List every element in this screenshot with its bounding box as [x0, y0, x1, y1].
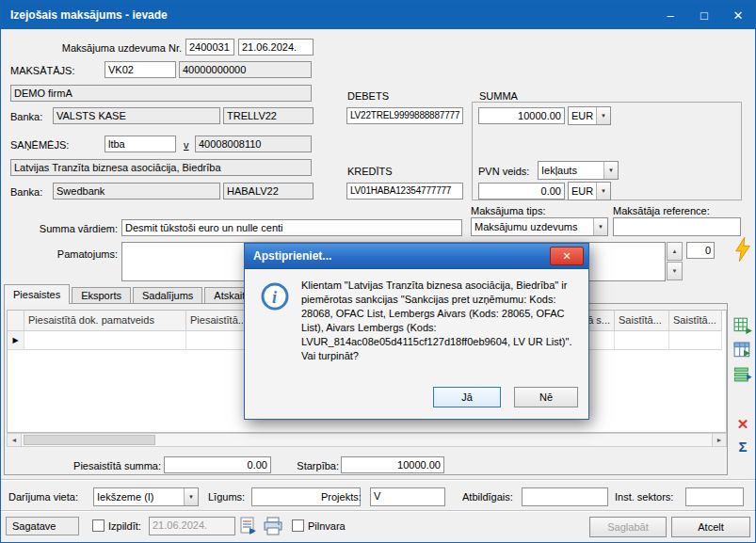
scroll-up-icon[interactable]: ▲: [667, 242, 683, 261]
row-selector-header: [8, 311, 24, 331]
pvn-label: PVN veids:: [478, 166, 529, 177]
basis-scrollbar: ▲ ▼: [667, 242, 683, 281]
difference-field: 10000.00: [341, 456, 444, 473]
currency-select[interactable]: EUR ▼: [568, 106, 611, 125]
payment-date-input[interactable]: 21.06.2024.: [238, 39, 314, 56]
vat-amount-input[interactable]: 0.00: [478, 183, 565, 200]
linked-sum-label: Piesaistītā summa:: [31, 460, 161, 471]
pvn-value: Iekļauts: [541, 165, 603, 176]
link-table-icon[interactable]: [732, 339, 754, 361]
svg-text:i: i: [272, 288, 277, 307]
execute-checkbox[interactable]: [92, 519, 105, 532]
payment-nr-input[interactable]: 2400031: [185, 39, 234, 56]
printer-icon[interactable]: [262, 515, 284, 537]
close-icon[interactable]: ✕: [721, 1, 755, 29]
scrollbar-thumb[interactable]: [24, 435, 155, 445]
payment-nr-label: Maksājuma uzdevuma Nr.: [10, 42, 182, 54]
sector-input[interactable]: [685, 487, 744, 506]
tab-sadalijums[interactable]: Sadalījums: [133, 287, 202, 303]
place-value: Iekšzeme (I): [97, 491, 184, 503]
posting-icon[interactable]: [237, 515, 260, 537]
attach-table-icon[interactable]: [732, 314, 754, 337]
project-label: Projekts:: [321, 491, 362, 503]
window-controls: – □ ✕: [653, 1, 755, 29]
tab-piesaistes[interactable]: Piesaistes: [4, 284, 70, 304]
place-label: Darījuma vieta:: [8, 491, 78, 503]
separator: [1, 510, 756, 512]
chevron-down-icon: ▼: [596, 183, 610, 200]
pilnvara-checkbox[interactable]: [292, 519, 304, 532]
receiver-bank-swift-field[interactable]: HABALV22: [223, 183, 314, 200]
table-header-cell[interactable]: Saistītā...: [615, 311, 669, 331]
payer-reference-label: Maksātāja reference:: [613, 205, 710, 216]
sector-label: Inst. sektors:: [615, 491, 673, 503]
receiver-lookup-link[interactable]: v: [184, 139, 189, 151]
maximize-icon[interactable]: □: [687, 1, 721, 29]
responsible-input[interactable]: [522, 487, 608, 506]
table-cell[interactable]: [24, 331, 186, 350]
place-select[interactable]: Iekšzeme (I) ▼: [93, 487, 199, 506]
payer-bank-label: Banka:: [10, 111, 42, 122]
pvn-select[interactable]: Iekļauts ▼: [538, 161, 619, 180]
credit-iban-input[interactable]: LV01HABA12354777777: [346, 183, 463, 200]
vat-currency-select[interactable]: EUR ▼: [568, 182, 611, 200]
kredits-label: KREDĪTS: [347, 166, 393, 177]
amount-words-label: Summa vārdiem:: [10, 223, 118, 234]
table-header-cell[interactable]: Saistītā...: [669, 311, 722, 331]
cancel-button[interactable]: Atcelt: [671, 517, 750, 537]
payer-name-field[interactable]: DEMO firmA: [10, 85, 312, 102]
dialog-title: Apstiprieniet...: [253, 249, 331, 263]
receiver-regnr-field[interactable]: 40008008110: [195, 136, 312, 152]
receiver-bank-label: Banka:: [10, 186, 42, 198]
execute-label: Izpildīt:: [108, 520, 141, 532]
separator: [1, 479, 756, 481]
scroll-left-icon[interactable]: ◄: [8, 434, 22, 446]
debets-label: DEBETS: [347, 90, 389, 102]
amount-words-input[interactable]: Desmit tūkstoši euro un nulle centi: [121, 219, 462, 236]
payer-bank-name-field[interactable]: VALSTS KASE: [53, 107, 220, 124]
no-button[interactable]: Nē: [514, 387, 578, 407]
contract-label: Līgums:: [208, 491, 245, 503]
status-badge: Sagatave: [6, 517, 79, 535]
payer-reference-input[interactable]: [613, 217, 741, 236]
table-cell[interactable]: [615, 331, 669, 350]
sum-icon[interactable]: Σ: [732, 435, 754, 457]
dialog-close-icon[interactable]: ✕: [550, 247, 584, 265]
rows-list-icon[interactable]: [732, 363, 754, 386]
scroll-right-icon[interactable]: ►: [712, 434, 726, 446]
lightning-icon[interactable]: [732, 238, 754, 261]
info-icon: i: [260, 281, 290, 313]
summa-label: SUMMA: [479, 90, 518, 102]
dialog-title-bar[interactable]: Apstiprieniet...: [245, 244, 588, 269]
receiver-code-input[interactable]: ltba: [105, 136, 176, 152]
scroll-down-icon[interactable]: ▼: [667, 262, 683, 280]
payment-type-value: Maksājumu uzdevums: [475, 221, 593, 232]
payer-regnr-field[interactable]: 40000000000: [179, 61, 312, 78]
basis-label: Pamatojums:: [10, 248, 118, 260]
horizontal-scrollbar[interactable]: ◄ ►: [7, 433, 727, 447]
yes-button[interactable]: Jā: [433, 387, 501, 407]
linked-sum-field: 0.00: [164, 456, 271, 473]
project-input[interactable]: V: [370, 487, 445, 506]
payer-bank-swift-field[interactable]: TRELLV22: [223, 107, 314, 124]
amount-input[interactable]: 10000.00: [478, 107, 565, 124]
table-cell[interactable]: [669, 331, 722, 350]
execute-date-input[interactable]: 21.06.2024.: [149, 517, 235, 535]
title-bar[interactable]: Izejošais maksājums - ievade: [1, 1, 755, 29]
receiver-label: SAŅĒMĒJS:: [10, 139, 69, 151]
pilnvara-label: Pilnvara: [308, 520, 346, 532]
table-header-cell[interactable]: Piesaistītā dok. pamatveids: [24, 311, 186, 331]
debit-iban-input[interactable]: LV22TREL9999888887777: [346, 107, 463, 124]
delete-icon[interactable]: ✕: [732, 413, 754, 436]
tab-eksports[interactable]: Eksports: [72, 287, 131, 303]
payment-type-select[interactable]: Maksājumu uzdevums ▼: [471, 217, 608, 236]
payer-code-input[interactable]: VK02: [105, 61, 176, 78]
vat-currency-value: EUR: [571, 185, 596, 197]
receiver-bank-name-field[interactable]: Swedbank: [53, 183, 220, 200]
minimize-icon[interactable]: –: [653, 1, 687, 29]
responsible-label: Atbildīgais:: [462, 491, 513, 503]
chevron-down-icon: ▼: [596, 107, 610, 124]
save-button[interactable]: Saglabāt: [589, 517, 667, 537]
payer-label: MAKSĀTĀJS:: [10, 65, 74, 76]
receiver-name-field[interactable]: Latvijas Tranzīta biznesa asociācija, Bi…: [10, 159, 312, 176]
